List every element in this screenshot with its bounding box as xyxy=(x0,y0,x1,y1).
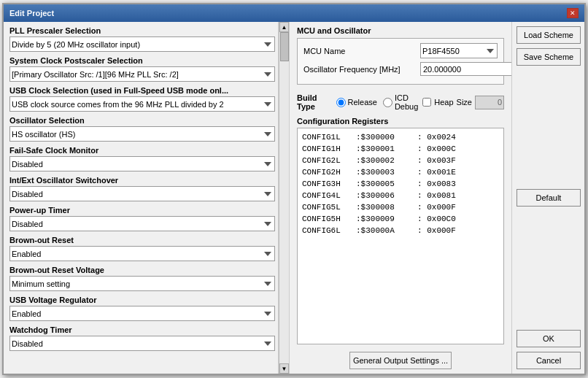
config-row-5: CONFIG4L :$300006 : 0x0081 xyxy=(302,190,499,201)
default-button[interactable]: Default xyxy=(517,189,581,207)
left-scrollbar[interactable]: ▲ ▼ xyxy=(279,22,289,374)
close-button[interactable]: ✕ xyxy=(567,8,579,18)
failsafe-select[interactable]: Disabled xyxy=(9,156,275,171)
config-addr-2: :$300002 xyxy=(356,155,414,166)
build-radio-group: Release ICD Debug xyxy=(336,93,419,111)
osc-freq-row: Oscillator Frequency [MHz] xyxy=(303,62,498,76)
config-name-0: CONFIG1L xyxy=(302,131,353,143)
config-row-4: CONFIG3H :$300005 : 0x0083 xyxy=(302,178,499,190)
config-addr-3: :$300003 xyxy=(356,166,414,178)
btn-spacer-1 xyxy=(517,70,580,185)
config-row-8: CONFIG6L :$30000A : 0x000F xyxy=(302,225,499,236)
config-addr-4: :$300005 xyxy=(356,178,414,190)
config-name-3: CONFIG2H xyxy=(302,166,353,178)
config-addr-1: :$300001 xyxy=(356,143,414,155)
mcu-name-select[interactable]: P18F4550 xyxy=(420,43,498,58)
title-bar: Edit Project ✕ xyxy=(4,4,584,22)
mcu-name-row: MCU Name P18F4550 xyxy=(303,43,498,58)
heap-size-input[interactable] xyxy=(475,96,504,109)
scroll-down-arrow[interactable]: ▼ xyxy=(279,363,289,374)
config-val-8: : 0x000F xyxy=(417,225,456,236)
btn-spacer-2 xyxy=(517,211,580,325)
config-val-6: : 0x000F xyxy=(417,201,456,213)
release-radio-label[interactable]: Release xyxy=(336,98,377,107)
config-row-7: CONFIG5H :$300009 : 0x00C0 xyxy=(302,213,499,225)
config-name-1: CONFIG1H xyxy=(302,143,353,155)
release-label: Release xyxy=(348,98,377,107)
field-failsafe: Fail-Safe Clock Monitor Disabled xyxy=(9,146,275,171)
dialog-body: PLL Prescaler Selection Divide by 5 (20 … xyxy=(4,22,584,374)
build-heap-row: Build Type Release ICD Debug Heap Size xyxy=(297,93,504,111)
oscsel-label: Oscillator Selection xyxy=(9,116,275,125)
scroll-track xyxy=(279,32,289,363)
intext-label: Int/Ext Oscillator Switchover xyxy=(9,176,275,185)
config-row-3: CONFIG2H :$300003 : 0x001E xyxy=(302,166,499,178)
heap-checkbox[interactable] xyxy=(422,98,431,107)
save-scheme-button[interactable]: Save Scheme xyxy=(517,48,581,66)
config-row-1: CONFIG1H :$300001 : 0x000C xyxy=(302,143,499,155)
brown-volt-label: Brown-out Reset Voltage xyxy=(9,266,275,274)
brown-volt-select[interactable]: Minimum setting xyxy=(9,276,275,291)
dialog-title: Edit Project xyxy=(9,9,54,18)
config-name-6: CONFIG5L xyxy=(302,201,353,213)
scroll-up-arrow[interactable]: ▲ xyxy=(279,22,289,32)
config-row-0: CONFIG1L :$300000 : 0x0024 xyxy=(302,131,499,143)
pwrtimer-label: Power-up Timer xyxy=(9,206,275,215)
config-val-0: : 0x0024 xyxy=(417,131,456,143)
field-intext: Int/Ext Oscillator Switchover Disabled xyxy=(9,176,275,201)
config-val-4: : 0x0083 xyxy=(417,178,456,190)
dialog: Edit Project ✕ PLL Prescaler Selection D… xyxy=(2,3,586,375)
heap-label: Heap xyxy=(434,98,453,107)
release-radio[interactable] xyxy=(336,98,346,107)
config-addr-6: :$300008 xyxy=(356,201,414,213)
field-brown-out: Brown-out Reset Enabled xyxy=(9,236,275,261)
config-addr-8: :$30000A xyxy=(356,225,414,236)
config-section: Configuration Registers CONFIG1L :$30000… xyxy=(297,117,504,369)
sysclk-select[interactable]: [Primary Oscillator Src: /1][96 MHz PLL … xyxy=(9,66,275,82)
field-sysclk: System Clock Postscaler Selection [Prima… xyxy=(9,56,275,82)
failsafe-label: Fail-Safe Clock Monitor xyxy=(9,146,275,155)
config-val-7: : 0x00C0 xyxy=(417,213,456,225)
ok-button[interactable]: OK xyxy=(517,330,581,347)
icd-radio[interactable] xyxy=(383,98,392,107)
config-name-5: CONFIG4L xyxy=(302,190,353,201)
config-registers-box: CONFIG1L :$300000 : 0x0024 CONFIG1H :$30… xyxy=(297,128,504,344)
brown-out-select[interactable]: Enabled xyxy=(9,246,275,261)
icd-label: ICD Debug xyxy=(395,93,418,111)
watchdog-label: Watchdog Timer xyxy=(9,325,275,334)
field-brown-volt: Brown-out Reset Voltage Minimum setting xyxy=(9,266,275,291)
cancel-button[interactable]: Cancel xyxy=(517,352,581,369)
field-usbclk: USB Clock Selection (used in Full-Speed … xyxy=(9,86,275,112)
config-val-5: : 0x0081 xyxy=(417,190,456,201)
usb-vreg-label: USB Voltage Regulator xyxy=(9,296,275,304)
field-oscsel: Oscillator Selection HS oscillator (HS) xyxy=(9,116,275,142)
right-panel: MCU and Oscillator MCU Name P18F4550 Osc… xyxy=(290,22,511,374)
usbclk-select[interactable]: USB clock source comes from the 96 MHz P… xyxy=(9,96,275,112)
pwrtimer-select[interactable]: Disabled xyxy=(9,216,275,231)
heap-section: Heap Size xyxy=(422,96,504,109)
field-watchdog: Watchdog Timer Disabled xyxy=(9,325,275,351)
oscsel-select[interactable]: HS oscillator (HS) xyxy=(9,126,275,142)
osc-freq-input[interactable] xyxy=(420,62,511,76)
build-type-label: Build Type xyxy=(297,93,329,111)
left-panel: PLL Prescaler Selection Divide by 5 (20 … xyxy=(4,22,279,374)
general-output-button[interactable]: General Output Settings ... xyxy=(349,352,452,369)
brown-out-label: Brown-out Reset xyxy=(9,236,275,244)
config-addr-5: :$300006 xyxy=(356,190,414,201)
load-scheme-button[interactable]: Load Scheme xyxy=(517,26,581,44)
icd-radio-label[interactable]: ICD Debug xyxy=(383,93,418,111)
usb-vreg-select[interactable]: Enabled xyxy=(9,306,275,321)
field-pwrtimer: Power-up Timer Disabled xyxy=(9,206,275,231)
config-name-8: CONFIG6L xyxy=(302,225,353,236)
mcu-section-box: MCU Name P18F4550 Oscillator Frequency [… xyxy=(297,38,504,85)
scroll-thumb[interactable] xyxy=(280,32,289,61)
intext-select[interactable]: Disabled xyxy=(9,186,275,201)
usbclk-label: USB Clock Selection (used in Full-Speed … xyxy=(9,86,275,95)
mcu-section-title: MCU and Oscillator xyxy=(297,26,504,35)
config-name-4: CONFIG3H xyxy=(302,178,353,190)
sysclk-label: System Clock Postscaler Selection xyxy=(9,56,275,65)
pll-select[interactable]: Divide by 5 (20 MHz oscillator input) xyxy=(9,36,275,52)
config-section-title: Configuration Registers xyxy=(297,117,504,126)
field-usb-vreg: USB Voltage Regulator Enabled xyxy=(9,296,275,321)
watchdog-select[interactable]: Disabled xyxy=(9,336,275,351)
